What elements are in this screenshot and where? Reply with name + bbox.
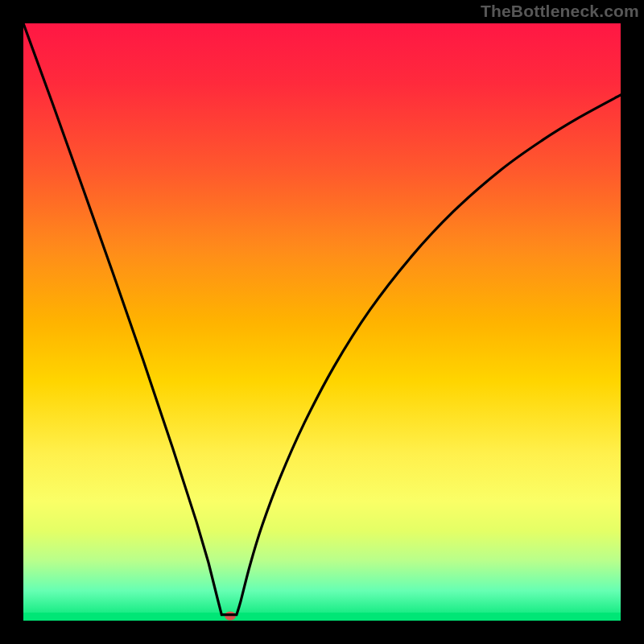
bottleneck-v-curve [23, 23, 621, 621]
plot-area [23, 23, 621, 621]
watermark-text: TheBottleneck.com [481, 2, 639, 21]
